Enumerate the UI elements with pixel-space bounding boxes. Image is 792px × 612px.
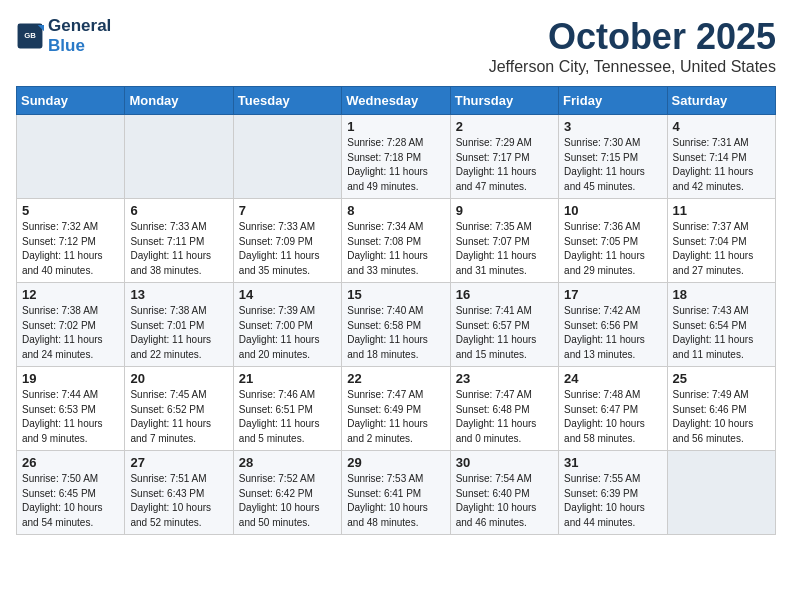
calendar-cell: 2Sunrise: 7:29 AM Sunset: 7:17 PM Daylig…: [450, 115, 558, 199]
calendar-cell: 8Sunrise: 7:34 AM Sunset: 7:08 PM Daylig…: [342, 199, 450, 283]
calendar-title: October 2025: [489, 16, 776, 58]
calendar-cell: 10Sunrise: 7:36 AM Sunset: 7:05 PM Dayli…: [559, 199, 667, 283]
calendar-cell: 16Sunrise: 7:41 AM Sunset: 6:57 PM Dayli…: [450, 283, 558, 367]
day-info: Sunrise: 7:33 AM Sunset: 7:11 PM Dayligh…: [130, 220, 227, 278]
calendar-cell: 12Sunrise: 7:38 AM Sunset: 7:02 PM Dayli…: [17, 283, 125, 367]
logo-blue: Blue: [48, 36, 111, 56]
day-number: 26: [22, 455, 119, 470]
day-number: 4: [673, 119, 770, 134]
weekday-header: Saturday: [667, 87, 775, 115]
calendar-cell: 15Sunrise: 7:40 AM Sunset: 6:58 PM Dayli…: [342, 283, 450, 367]
day-number: 19: [22, 371, 119, 386]
calendar-cell: 21Sunrise: 7:46 AM Sunset: 6:51 PM Dayli…: [233, 367, 341, 451]
day-number: 12: [22, 287, 119, 302]
day-info: Sunrise: 7:46 AM Sunset: 6:51 PM Dayligh…: [239, 388, 336, 446]
calendar-cell: 22Sunrise: 7:47 AM Sunset: 6:49 PM Dayli…: [342, 367, 450, 451]
calendar-cell: 25Sunrise: 7:49 AM Sunset: 6:46 PM Dayli…: [667, 367, 775, 451]
calendar-cell: 11Sunrise: 7:37 AM Sunset: 7:04 PM Dayli…: [667, 199, 775, 283]
day-number: 15: [347, 287, 444, 302]
day-info: Sunrise: 7:47 AM Sunset: 6:49 PM Dayligh…: [347, 388, 444, 446]
calendar-week-row: 5Sunrise: 7:32 AM Sunset: 7:12 PM Daylig…: [17, 199, 776, 283]
day-number: 10: [564, 203, 661, 218]
calendar-body: 1Sunrise: 7:28 AM Sunset: 7:18 PM Daylig…: [17, 115, 776, 535]
weekday-header: Thursday: [450, 87, 558, 115]
day-number: 11: [673, 203, 770, 218]
day-number: 31: [564, 455, 661, 470]
day-number: 28: [239, 455, 336, 470]
calendar-cell: 4Sunrise: 7:31 AM Sunset: 7:14 PM Daylig…: [667, 115, 775, 199]
day-number: 30: [456, 455, 553, 470]
calendar-cell: 1Sunrise: 7:28 AM Sunset: 7:18 PM Daylig…: [342, 115, 450, 199]
day-number: 5: [22, 203, 119, 218]
calendar-cell: [233, 115, 341, 199]
logo-text-block: General Blue: [48, 16, 111, 55]
day-number: 13: [130, 287, 227, 302]
calendar-table: SundayMondayTuesdayWednesdayThursdayFrid…: [16, 86, 776, 535]
calendar-cell: [667, 451, 775, 535]
day-number: 24: [564, 371, 661, 386]
calendar-cell: 26Sunrise: 7:50 AM Sunset: 6:45 PM Dayli…: [17, 451, 125, 535]
calendar-cell: 7Sunrise: 7:33 AM Sunset: 7:09 PM Daylig…: [233, 199, 341, 283]
day-info: Sunrise: 7:43 AM Sunset: 6:54 PM Dayligh…: [673, 304, 770, 362]
calendar-cell: 13Sunrise: 7:38 AM Sunset: 7:01 PM Dayli…: [125, 283, 233, 367]
calendar-cell: 5Sunrise: 7:32 AM Sunset: 7:12 PM Daylig…: [17, 199, 125, 283]
day-info: Sunrise: 7:51 AM Sunset: 6:43 PM Dayligh…: [130, 472, 227, 530]
day-info: Sunrise: 7:44 AM Sunset: 6:53 PM Dayligh…: [22, 388, 119, 446]
day-info: Sunrise: 7:29 AM Sunset: 7:17 PM Dayligh…: [456, 136, 553, 194]
calendar-cell: 28Sunrise: 7:52 AM Sunset: 6:42 PM Dayli…: [233, 451, 341, 535]
day-number: 20: [130, 371, 227, 386]
calendar-cell: 9Sunrise: 7:35 AM Sunset: 7:07 PM Daylig…: [450, 199, 558, 283]
calendar-cell: 18Sunrise: 7:43 AM Sunset: 6:54 PM Dayli…: [667, 283, 775, 367]
calendar-cell: 30Sunrise: 7:54 AM Sunset: 6:40 PM Dayli…: [450, 451, 558, 535]
weekday-header: Sunday: [17, 87, 125, 115]
calendar-cell: 17Sunrise: 7:42 AM Sunset: 6:56 PM Dayli…: [559, 283, 667, 367]
weekday-header: Monday: [125, 87, 233, 115]
calendar-subtitle: Jefferson City, Tennessee, United States: [489, 58, 776, 76]
calendar-cell: 14Sunrise: 7:39 AM Sunset: 7:00 PM Dayli…: [233, 283, 341, 367]
day-number: 3: [564, 119, 661, 134]
svg-text:GB: GB: [24, 30, 36, 39]
day-info: Sunrise: 7:34 AM Sunset: 7:08 PM Dayligh…: [347, 220, 444, 278]
calendar-week-row: 19Sunrise: 7:44 AM Sunset: 6:53 PM Dayli…: [17, 367, 776, 451]
day-info: Sunrise: 7:41 AM Sunset: 6:57 PM Dayligh…: [456, 304, 553, 362]
day-info: Sunrise: 7:47 AM Sunset: 6:48 PM Dayligh…: [456, 388, 553, 446]
calendar-cell: 20Sunrise: 7:45 AM Sunset: 6:52 PM Dayli…: [125, 367, 233, 451]
day-info: Sunrise: 7:45 AM Sunset: 6:52 PM Dayligh…: [130, 388, 227, 446]
day-number: 6: [130, 203, 227, 218]
day-number: 25: [673, 371, 770, 386]
calendar-week-row: 12Sunrise: 7:38 AM Sunset: 7:02 PM Dayli…: [17, 283, 776, 367]
day-number: 8: [347, 203, 444, 218]
day-info: Sunrise: 7:35 AM Sunset: 7:07 PM Dayligh…: [456, 220, 553, 278]
day-number: 16: [456, 287, 553, 302]
day-info: Sunrise: 7:33 AM Sunset: 7:09 PM Dayligh…: [239, 220, 336, 278]
day-info: Sunrise: 7:28 AM Sunset: 7:18 PM Dayligh…: [347, 136, 444, 194]
day-number: 29: [347, 455, 444, 470]
day-info: Sunrise: 7:36 AM Sunset: 7:05 PM Dayligh…: [564, 220, 661, 278]
day-number: 22: [347, 371, 444, 386]
calendar-cell: 3Sunrise: 7:30 AM Sunset: 7:15 PM Daylig…: [559, 115, 667, 199]
calendar-cell: 29Sunrise: 7:53 AM Sunset: 6:41 PM Dayli…: [342, 451, 450, 535]
logo: GB General Blue: [16, 16, 111, 55]
day-info: Sunrise: 7:49 AM Sunset: 6:46 PM Dayligh…: [673, 388, 770, 446]
day-number: 1: [347, 119, 444, 134]
day-info: Sunrise: 7:48 AM Sunset: 6:47 PM Dayligh…: [564, 388, 661, 446]
day-info: Sunrise: 7:40 AM Sunset: 6:58 PM Dayligh…: [347, 304, 444, 362]
calendar-week-row: 1Sunrise: 7:28 AM Sunset: 7:18 PM Daylig…: [17, 115, 776, 199]
title-block: October 2025 Jefferson City, Tennessee, …: [489, 16, 776, 76]
day-info: Sunrise: 7:37 AM Sunset: 7:04 PM Dayligh…: [673, 220, 770, 278]
day-info: Sunrise: 7:39 AM Sunset: 7:00 PM Dayligh…: [239, 304, 336, 362]
day-number: 21: [239, 371, 336, 386]
day-info: Sunrise: 7:55 AM Sunset: 6:39 PM Dayligh…: [564, 472, 661, 530]
calendar-cell: 6Sunrise: 7:33 AM Sunset: 7:11 PM Daylig…: [125, 199, 233, 283]
day-number: 18: [673, 287, 770, 302]
page-header: GB General Blue October 2025 Jefferson C…: [16, 16, 776, 76]
day-info: Sunrise: 7:32 AM Sunset: 7:12 PM Dayligh…: [22, 220, 119, 278]
day-info: Sunrise: 7:53 AM Sunset: 6:41 PM Dayligh…: [347, 472, 444, 530]
day-info: Sunrise: 7:38 AM Sunset: 7:01 PM Dayligh…: [130, 304, 227, 362]
day-info: Sunrise: 7:30 AM Sunset: 7:15 PM Dayligh…: [564, 136, 661, 194]
calendar-cell: 23Sunrise: 7:47 AM Sunset: 6:48 PM Dayli…: [450, 367, 558, 451]
calendar-cell: 27Sunrise: 7:51 AM Sunset: 6:43 PM Dayli…: [125, 451, 233, 535]
calendar-cell: [125, 115, 233, 199]
calendar-cell: [17, 115, 125, 199]
calendar-week-row: 26Sunrise: 7:50 AM Sunset: 6:45 PM Dayli…: [17, 451, 776, 535]
